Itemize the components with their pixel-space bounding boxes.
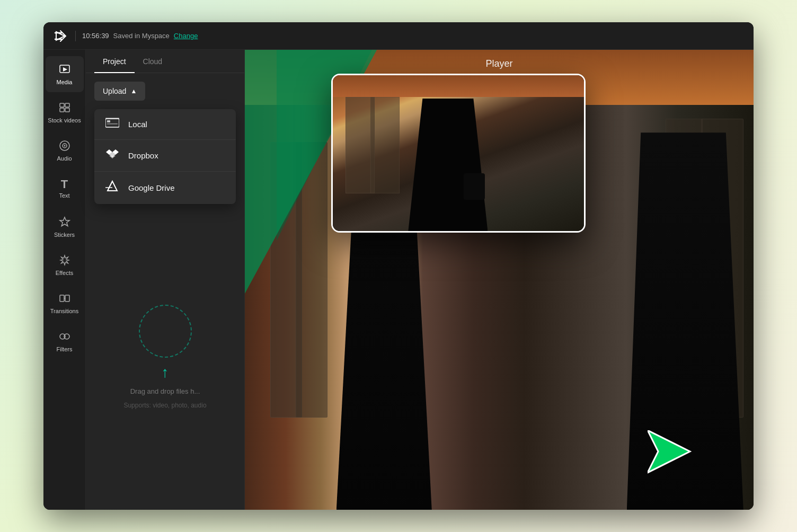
effects-icon (59, 254, 70, 268)
sidebar-item-audio[interactable]: Audio (46, 132, 84, 169)
svg-rect-9 (60, 295, 64, 302)
dropbox-icon (105, 148, 120, 163)
svg-rect-3 (65, 103, 69, 107)
drop-text: Drag and drop files h... (130, 387, 200, 395)
google-drive-icon (105, 180, 120, 196)
preview-train-bar (333, 75, 584, 97)
preview-person (408, 99, 488, 231)
upload-button[interactable]: Upload ▲ (94, 82, 145, 101)
dropdown-label-google-drive: Google Drive (128, 183, 175, 192)
chevron-up-icon: ▲ (130, 87, 137, 95)
sidebar-label-filters: Filters (57, 346, 73, 352)
sidebar-item-filters[interactable]: Filters (46, 323, 84, 359)
title-change-link[interactable]: Change (174, 32, 198, 40)
dropdown-item-google-drive[interactable]: Google Drive (94, 172, 236, 204)
upload-section: Upload ▲ (86, 73, 244, 109)
dropdown-label-local: Local (128, 120, 147, 129)
svg-marker-1 (63, 67, 67, 72)
svg-rect-16 (107, 123, 118, 125)
app-logo (52, 28, 69, 45)
local-icon (105, 118, 120, 131)
upload-dropdown-menu: Local Dropbox (94, 109, 236, 204)
preview-door-2 (370, 97, 400, 193)
svg-rect-2 (60, 103, 64, 107)
tab-cloud[interactable]: Cloud (135, 50, 171, 73)
svg-point-8 (64, 145, 65, 146)
sidebar-item-stickers[interactable]: Stickers (46, 209, 84, 245)
sidebar-label-effects: Effects (56, 270, 73, 276)
panel-area: Project Cloud Upload ▲ (86, 50, 245, 510)
text-icon: T (61, 179, 68, 190)
sidebar: Media Stock videos (43, 50, 86, 510)
tab-project[interactable]: Project (94, 50, 135, 73)
title-saved: Saved in Myspace (113, 32, 170, 40)
audio-icon (59, 140, 70, 153)
sidebar-item-media[interactable]: Media (46, 56, 84, 92)
panel-tabs: Project Cloud (86, 50, 244, 73)
drop-upload-icon: ↑ (162, 364, 169, 381)
svg-line-23 (108, 181, 112, 191)
sidebar-item-effects[interactable]: Effects (46, 247, 84, 283)
svg-marker-22 (108, 181, 117, 191)
svg-rect-14 (105, 119, 119, 127)
sidebar-label-stock-videos: Stock videos (48, 117, 81, 123)
dropdown-item-local[interactable]: Local (94, 109, 236, 140)
svg-marker-25 (648, 430, 690, 473)
dropdown-label-dropbox: Dropbox (128, 151, 158, 160)
drop-circle-decoration (139, 305, 192, 358)
title-bar: 10:56:39 Saved in Myspace Change (43, 22, 754, 50)
drop-zone[interactable]: ↑ Drag and drop files h... Supports: vid… (86, 204, 244, 510)
upload-label: Upload (103, 87, 126, 95)
preview-backpack (464, 173, 485, 200)
dropdown-item-dropbox[interactable]: Dropbox (94, 140, 236, 172)
app-window: 10:56:39 Saved in Myspace Change Media (43, 22, 754, 510)
title-time: 10:56:39 (82, 32, 109, 40)
video-preview-card (331, 74, 586, 233)
media-icon (59, 64, 70, 77)
title-info: 10:56:39 Saved in Myspace Change (82, 32, 198, 40)
svg-rect-15 (107, 120, 110, 122)
sidebar-label-media: Media (57, 79, 73, 85)
sidebar-label-transitions: Transitions (50, 308, 78, 314)
sidebar-label-audio: Audio (57, 155, 72, 162)
cursor-arrow (648, 430, 701, 478)
svg-rect-4 (60, 108, 64, 112)
sidebar-label-text: Text (59, 192, 69, 199)
stickers-icon (59, 216, 70, 229)
main-content: Media Stock videos (43, 50, 754, 510)
transitions-icon (59, 292, 70, 306)
filters-icon (59, 331, 70, 344)
sidebar-label-stickers: Stickers (54, 232, 75, 238)
player-label: Player (485, 58, 512, 69)
stock-videos-icon (59, 102, 70, 115)
title-divider (75, 31, 76, 41)
sidebar-item-text[interactable]: T Text (46, 171, 84, 207)
player-area: Player (245, 50, 754, 510)
preview-inner (333, 75, 584, 231)
train-door-2 (296, 142, 327, 418)
svg-rect-10 (65, 295, 69, 302)
svg-rect-17 (105, 118, 119, 119)
svg-rect-5 (65, 108, 69, 112)
svg-marker-21 (109, 156, 116, 158)
sidebar-item-transitions[interactable]: Transitions (46, 285, 84, 321)
sidebar-item-stock-videos[interactable]: Stock videos (46, 94, 84, 130)
drop-supports: Supports: video, photo, audio (123, 402, 206, 409)
